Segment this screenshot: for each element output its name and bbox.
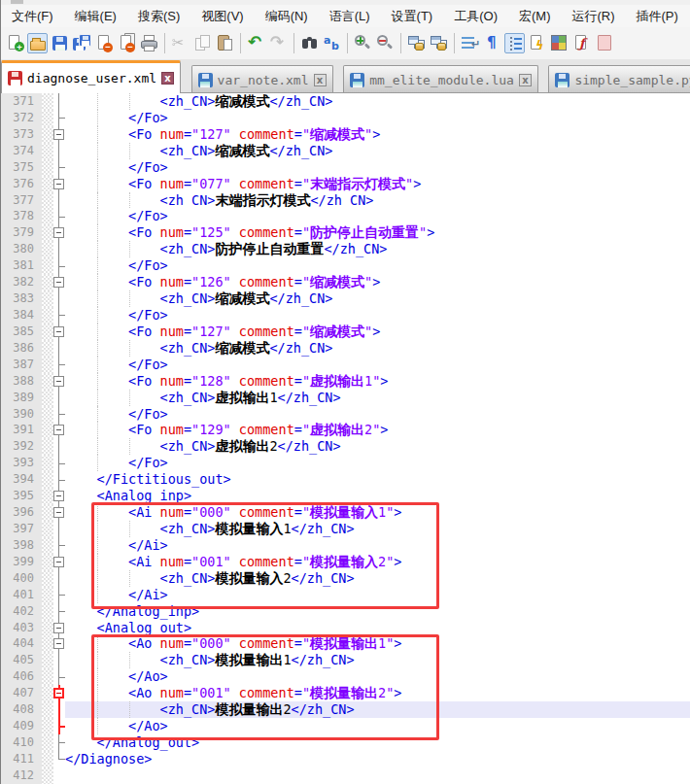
- code-line[interactable]: 378 </Fo>: [1, 208, 690, 224]
- code-line[interactable]: 402 </Analog_inp>: [1, 603, 690, 620]
- sync-horizontal-scroll-icon[interactable]: [429, 33, 449, 53]
- line-number[interactable]: 386: [1, 340, 42, 357]
- show-all-characters-icon[interactable]: [482, 33, 502, 53]
- menu-item-3[interactable]: 视图(V): [190, 5, 254, 27]
- line-number[interactable]: 379: [1, 224, 42, 241]
- line-number[interactable]: 410: [1, 734, 42, 751]
- line-number[interactable]: 407: [1, 685, 42, 701]
- menu-item-4[interactable]: 编码(N): [255, 5, 319, 27]
- line-number[interactable]: 371: [1, 93, 42, 110]
- code-line[interactable]: 404 <Ao num="000" comment="模拟量输出1">: [1, 635, 690, 652]
- line-number[interactable]: 378: [1, 208, 42, 224]
- tab-close-icon[interactable]: x: [519, 74, 532, 86]
- code-line[interactable]: 400 <zh_CN>模拟量输入2</zh_CN>: [1, 570, 690, 587]
- line-number[interactable]: 382: [1, 274, 42, 290]
- menu-item-1[interactable]: 编辑(E): [64, 5, 127, 27]
- tab-mm_elite_module.lua[interactable]: mm_elite_module.luax: [343, 65, 538, 93]
- fold-toggle-icon[interactable]: [53, 274, 65, 290]
- line-number[interactable]: 393: [1, 455, 42, 471]
- fold-toggle-icon[interactable]: [53, 504, 65, 521]
- show-indent-guide-icon[interactable]: [504, 33, 525, 53]
- code-line[interactable]: 403 <Analog_out>: [1, 620, 690, 636]
- tab-simple_sample.py[interactable]: simple_sample.pyx: [548, 65, 690, 93]
- tab-close-icon[interactable]: x: [161, 72, 174, 85]
- code-line[interactable]: 375 </Fo>: [1, 159, 690, 176]
- code-line[interactable]: 393 </Fo>: [1, 455, 690, 471]
- menu-item-7[interactable]: 工具(O): [443, 5, 508, 27]
- document-map-icon[interactable]: [549, 33, 569, 53]
- line-number[interactable]: 374: [1, 143, 42, 159]
- code-line[interactable]: 409 </Ao>: [1, 718, 690, 734]
- line-number[interactable]: 406: [1, 668, 42, 685]
- line-number[interactable]: 398: [1, 537, 42, 554]
- code-line[interactable]: 376 <Fo num="077" comment="末端指示灯模式">: [1, 176, 690, 192]
- line-number[interactable]: 376: [1, 176, 42, 192]
- close-doc-icon[interactable]: [94, 33, 115, 53]
- code-line[interactable]: 408 <zh_CN>模拟量输出2</zh_CN>: [1, 701, 690, 718]
- line-number[interactable]: 390: [1, 406, 42, 423]
- line-number[interactable]: 377: [1, 192, 42, 209]
- menu-item-5[interactable]: 语言(L): [319, 5, 381, 27]
- line-number[interactable]: 392: [1, 438, 42, 455]
- line-number[interactable]: 399: [1, 554, 42, 570]
- line-number[interactable]: 409: [1, 718, 42, 734]
- line-number[interactable]: 397: [1, 521, 42, 537]
- code-line[interactable]: 411</Diagnose>: [1, 751, 690, 767]
- fold-toggle-icon[interactable]: [53, 126, 65, 143]
- code-line[interactable]: 410 </Analog_out>: [1, 734, 690, 751]
- menu-item-6[interactable]: 设置(T): [381, 5, 444, 27]
- line-number[interactable]: 384: [1, 307, 42, 324]
- user-defined-language-icon[interactable]: [527, 33, 547, 53]
- menu-item-2[interactable]: 搜索(S): [127, 5, 190, 27]
- code-line[interactable]: 371 <zh_CN>缩减模式</zh_CN>: [1, 93, 690, 110]
- line-number[interactable]: 394: [1, 471, 42, 488]
- code-line[interactable]: 386 <zh_CN>缩减模式</zh_CN>: [1, 340, 690, 357]
- code-line[interactable]: 382 <Fo num="126" comment="缩减模式">: [1, 274, 690, 290]
- tab-var_note.xml[interactable]: var_note.xmlx: [191, 65, 333, 93]
- line-number[interactable]: 375: [1, 159, 42, 176]
- code-line[interactable]: 407 <Ao num="001" comment="模拟量输出2">: [1, 685, 690, 701]
- code-line[interactable]: 387 </Fo>: [1, 357, 690, 373]
- line-number[interactable]: 395: [1, 488, 42, 504]
- fold-toggle-icon[interactable]: [53, 635, 65, 652]
- code-line[interactable]: 379 <Fo num="125" comment="防护停止自动重置">: [1, 224, 690, 241]
- undo-icon[interactable]: [246, 33, 266, 53]
- copy-icon[interactable]: [192, 33, 213, 53]
- code-line[interactable]: 383 <zh_CN>缩减模式</zh_CN>: [1, 290, 690, 307]
- line-number[interactable]: 385: [1, 324, 42, 340]
- save-all-icon[interactable]: [72, 33, 92, 53]
- cut-icon[interactable]: [170, 33, 190, 53]
- code-line[interactable]: 398 </Ai>: [1, 537, 690, 554]
- close-all-docs-icon[interactable]: [117, 33, 137, 53]
- menu-item-10[interactable]: 插件(P): [626, 5, 689, 27]
- line-number[interactable]: 396: [1, 504, 42, 521]
- fold-toggle-icon[interactable]: [53, 373, 65, 390]
- code-line[interactable]: 373 <Fo num="127" comment="缩减模式">: [1, 126, 690, 143]
- find-icon[interactable]: [299, 33, 320, 53]
- code-line[interactable]: 384 </Fo>: [1, 307, 690, 324]
- print-icon[interactable]: [139, 33, 159, 53]
- line-number[interactable]: 405: [1, 652, 42, 668]
- line-number[interactable]: 391: [1, 422, 42, 438]
- code-line[interactable]: 377 <zh_CN>末端指示灯模式</zh_CN>: [1, 192, 690, 209]
- code-line[interactable]: 389 <zh_CN>虚拟输出1</zh_CN>: [1, 390, 690, 406]
- new-file-icon[interactable]: [5, 33, 25, 53]
- code-line[interactable]: 394 </Fictitious_out>: [1, 471, 690, 488]
- fold-toggle-icon[interactable]: [53, 176, 65, 192]
- menu-item-8[interactable]: 宏(M): [508, 5, 562, 27]
- code-line[interactable]: 397 <zh_CN>模拟量输入1</zh_CN>: [1, 521, 690, 537]
- fold-toggle-icon[interactable]: [53, 685, 65, 701]
- code-line[interactable]: 392 <zh_CN>虚拟输出2</zh_CN>: [1, 438, 690, 455]
- line-number[interactable]: 388: [1, 373, 42, 390]
- code-line[interactable]: 381 </Fo>: [1, 257, 690, 274]
- open-file-icon[interactable]: [27, 33, 48, 53]
- fold-toggle-icon[interactable]: [53, 224, 65, 241]
- code-line[interactable]: 401 </Ai>: [1, 587, 690, 603]
- tab-diagnose_user.xml[interactable]: diagnose_user.xmlx: [1, 60, 181, 93]
- redo-icon[interactable]: [268, 33, 289, 53]
- code-line[interactable]: 399 <Ai num="001" comment="模拟量输入2">: [1, 554, 690, 570]
- line-number[interactable]: 402: [1, 603, 42, 620]
- code-line[interactable]: 412: [1, 767, 690, 784]
- line-number[interactable]: 411: [1, 751, 42, 767]
- line-number[interactable]: 373: [1, 126, 42, 143]
